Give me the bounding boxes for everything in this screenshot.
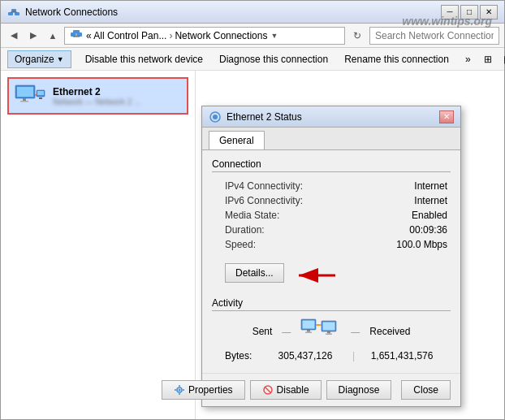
more-button[interactable]: » <box>458 50 478 68</box>
up-button[interactable]: ▲ <box>45 27 61 45</box>
organize-arrow: ▼ <box>57 55 64 63</box>
svg-rect-27 <box>305 332 312 334</box>
svg-rect-25 <box>303 321 315 329</box>
ipv4-value: Internet <box>319 179 451 193</box>
title-bar: Network Connections ─ □ ✕ <box>1 1 504 24</box>
svg-rect-1 <box>15 12 19 15</box>
properties-button[interactable]: Properties <box>162 380 245 400</box>
svg-rect-29 <box>323 323 335 331</box>
address-dropdown-arrow[interactable]: ▼ <box>270 32 278 40</box>
dialog-icon <box>209 110 222 123</box>
activity-section: Activity Sent — <box>212 297 451 362</box>
address-right: ↻ <box>348 27 499 45</box>
ipv6-row: IPv6 Connectivity: Internet <box>212 193 451 208</box>
diagnose-button[interactable]: Diagnose <box>326 380 392 400</box>
svg-rect-36 <box>179 385 180 387</box>
diagnose-connection-button[interactable]: Diagnose this connection <box>212 50 335 68</box>
activity-dash-right: — <box>351 327 360 336</box>
activity-dash-left: — <box>282 327 291 336</box>
svg-rect-37 <box>179 393 180 395</box>
disable-network-label: Disable this network device <box>85 54 203 65</box>
ethernet-item[interactable]: Ethernet 2 Network — Network 2 ... <box>7 77 188 115</box>
details-label: Details... <box>235 267 274 279</box>
organize-button[interactable]: Organize ▼ <box>7 50 71 68</box>
close-window-button[interactable]: ✕ <box>480 5 498 19</box>
network-item-detail: Network — Network 2 ... <box>53 97 182 106</box>
details-row: Details... <box>225 260 451 291</box>
breadcrumb-prefix: « All Control Pan... <box>86 30 166 41</box>
duration-label: Duration: <box>212 223 319 237</box>
disable-icon <box>262 384 274 396</box>
svg-line-41 <box>265 387 271 393</box>
forward-button[interactable]: ▶ <box>25 27 41 45</box>
svg-rect-39 <box>183 389 184 391</box>
activity-icons-row: Sent — — <box>212 318 451 345</box>
breadcrumb-current: Network Connections <box>175 30 267 41</box>
address-field[interactable]: « All Control Pan... › Network Connectio… <box>64 27 345 45</box>
refresh-button[interactable]: ↻ <box>348 27 366 45</box>
disable-network-button[interactable]: Disable this network device <box>78 50 210 68</box>
network-item-name: Ethernet 2 <box>53 86 182 97</box>
duration-row: Duration: 00:09:36 <box>212 223 451 237</box>
svg-rect-8 <box>73 30 80 33</box>
ipv6-label: IPv6 Connectivity: <box>212 193 319 208</box>
window-icon <box>7 6 20 19</box>
disable-button[interactable]: Disable <box>250 380 322 400</box>
connection-info-table: IPv4 Connectivity: Internet IPv6 Connect… <box>212 179 451 252</box>
window-title: Network Connections <box>25 6 441 18</box>
svg-rect-18 <box>39 97 42 99</box>
back-button[interactable]: ◀ <box>6 27 22 45</box>
toolbar: Organize ▼ Disable this network device D… <box>1 48 504 71</box>
connection-section: Connection IPv4 Connectivity: Internet I… <box>212 158 451 291</box>
disable-label: Disable <box>277 384 309 396</box>
tab-general-label: General <box>219 135 254 146</box>
svg-rect-31 <box>326 334 332 336</box>
svg-rect-14 <box>23 98 26 101</box>
breadcrumb-sep: › <box>169 30 172 41</box>
more-label: » <box>465 54 471 65</box>
details-button[interactable]: Details... <box>225 263 284 283</box>
title-controls: ─ □ ✕ <box>441 5 498 19</box>
minimize-button[interactable]: ─ <box>441 5 459 19</box>
dialog-footer: Properties Disable Diagnose Close <box>202 373 460 406</box>
duration-value: 00:09:36 <box>319 223 451 237</box>
svg-rect-0 <box>8 12 13 15</box>
dialog-tabs: General <box>202 128 460 150</box>
search-input[interactable] <box>369 27 499 45</box>
bytes-received: 1,651,431,576 <box>360 350 444 362</box>
activity-icon <box>300 318 341 345</box>
pane-button[interactable]: ▦ <box>499 50 505 68</box>
close-button[interactable]: Close <box>401 380 451 400</box>
dialog-title: Ethernet 2 Status <box>227 111 439 123</box>
connection-header: Connection <box>212 158 451 172</box>
address-bar: ◀ ▶ ▲ « All Control Pan... › Network Con… <box>1 24 504 48</box>
bytes-sent: 305,437,126 <box>263 350 347 362</box>
media-row: Media State: Enabled <box>212 208 451 223</box>
rename-connection-button[interactable]: Rename this connection <box>337 50 456 68</box>
bytes-row: Bytes: 305,437,126 | 1,651,431,576 <box>212 350 451 362</box>
svg-rect-15 <box>20 101 28 102</box>
network-item-info: Ethernet 2 Network — Network 2 ... <box>53 86 182 106</box>
properties-icon <box>174 384 185 396</box>
left-panel: Ethernet 2 Network — Network 2 ... <box>1 71 196 419</box>
toolbar-extra: ⊞ ▦ <box>480 50 505 68</box>
speed-label: Speed: <box>212 237 319 252</box>
activity-header: Activity <box>212 297 451 311</box>
maximize-button[interactable]: □ <box>460 5 478 19</box>
svg-rect-38 <box>175 389 176 391</box>
tab-general[interactable]: General <box>209 131 265 149</box>
svg-point-21 <box>213 115 218 119</box>
svg-rect-13 <box>17 87 33 97</box>
dialog-close-button[interactable]: ✕ <box>439 110 454 123</box>
organize-label: Organize <box>15 54 54 65</box>
ipv4-row: IPv4 Connectivity: Internet <box>212 179 451 193</box>
media-value: Enabled <box>319 208 451 223</box>
diagnose-label: Diagnose <box>339 384 380 396</box>
ethernet-icon <box>14 84 46 108</box>
bytes-label: Bytes: <box>218 350 263 362</box>
sent-label: Sent <box>252 326 273 337</box>
ipv6-value: Internet <box>319 193 451 208</box>
view-button[interactable]: ⊞ <box>480 50 496 68</box>
bytes-divider: | <box>347 350 360 362</box>
svg-rect-26 <box>307 330 310 332</box>
